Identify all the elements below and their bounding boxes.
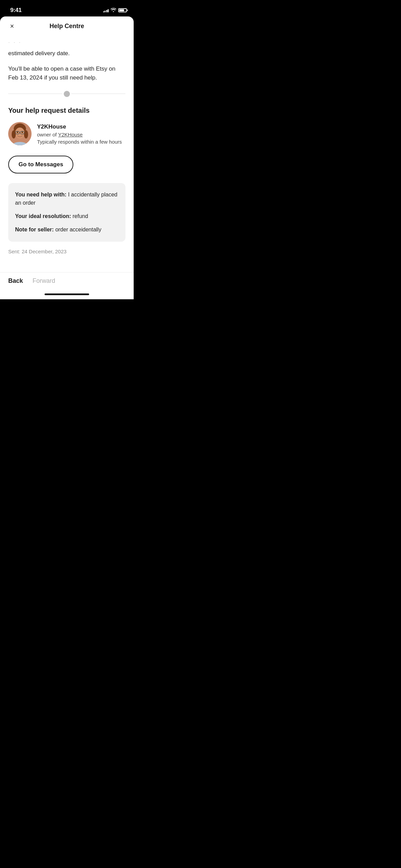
divider-circle	[64, 91, 70, 97]
help-with-row: You need help with: I accidentally place…	[15, 191, 119, 208]
forward-button: Forward	[33, 275, 55, 287]
seller-link[interactable]: Y2KHouse	[58, 132, 83, 137]
section-title: Your help request details	[8, 107, 125, 114]
seller-avatar	[8, 122, 32, 145]
svg-point-4	[24, 130, 28, 138]
resolution-value: refund	[73, 213, 88, 219]
seller-info: Y2KHouse owner of Y2KHouse Typically res…	[37, 122, 122, 145]
signal-icon	[103, 8, 109, 12]
content-area: · · · estimated delivery date. You'll be…	[0, 35, 134, 272]
sent-date: Sent: 24 December, 2023	[8, 249, 125, 254]
close-button[interactable]: ×	[7, 21, 17, 32]
main-sheet: × Help Centre · · · estimated delivery d…	[0, 16, 134, 291]
svg-point-5	[17, 132, 18, 133]
header-title: Help Centre	[49, 23, 84, 30]
status-icons	[103, 8, 127, 13]
note-value: order acceidentally	[55, 227, 101, 232]
divider	[8, 91, 125, 97]
bottom-nav: Back Forward	[0, 272, 134, 291]
divider-right	[71, 94, 125, 94]
divider-left	[8, 94, 62, 94]
seller-response: Typically responds within a few hours	[37, 139, 122, 145]
delivery-text: estimated delivery date.	[8, 49, 125, 60]
header: × Help Centre	[0, 16, 134, 35]
svg-point-3	[12, 130, 16, 138]
home-bar	[45, 293, 89, 295]
seller-name: Y2KHouse	[37, 123, 122, 130]
help-with-label: You need help with:	[15, 192, 66, 197]
note-row: Note for seller: order acceidentally	[15, 226, 119, 234]
svg-point-6	[22, 132, 23, 133]
case-text: You'll be able to open a case with Etsy …	[8, 64, 125, 91]
resolution-row: Your ideal resolution: refund	[15, 212, 119, 221]
messages-btn[interactable]: Go to Messages	[8, 156, 73, 173]
status-bar: 9:41	[0, 0, 134, 16]
resolution-label: Your ideal resolution:	[15, 213, 71, 219]
info-card: You need help with: I accidentally place…	[8, 183, 125, 242]
back-button[interactable]: Back	[8, 275, 23, 287]
seller-row: Y2KHouse owner of Y2KHouse Typically res…	[8, 122, 125, 145]
home-indicator	[0, 291, 134, 299]
status-time: 9:41	[10, 7, 22, 14]
partial-text: · · ·	[8, 35, 125, 49]
wifi-icon	[111, 8, 116, 13]
go-to-messages-button[interactable]: Go to Messages	[8, 156, 125, 183]
seller-owner: owner of Y2KHouse	[37, 132, 122, 137]
battery-icon	[118, 8, 127, 12]
note-label: Note for seller:	[15, 227, 54, 232]
